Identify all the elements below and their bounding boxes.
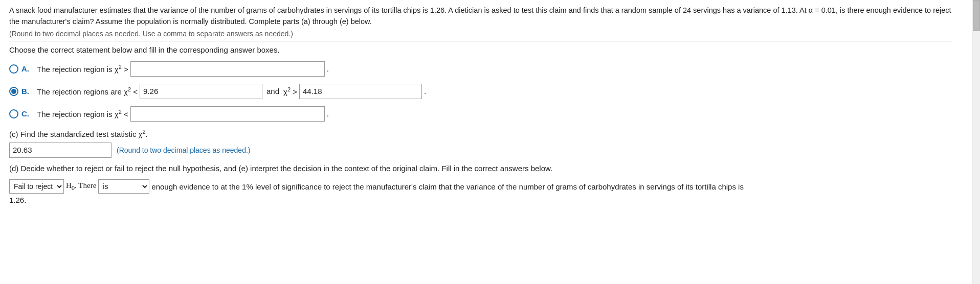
option-c-radio[interactable] [9, 109, 18, 119]
scrollbar[interactable] [972, 0, 980, 284]
option-c-row: C. The rejection region is χ2 < . [9, 106, 952, 122]
option-c-label: C. [21, 109, 33, 118]
option-c-input[interactable] [130, 106, 325, 122]
scrollbar-thumb[interactable] [973, 0, 980, 31]
option-c-period: . [327, 109, 329, 118]
test-stat-input[interactable] [9, 143, 112, 158]
divider [9, 41, 952, 41]
option-a-text: The rejection region is χ2 > . [37, 61, 329, 77]
h0-label: H0. There [66, 181, 96, 192]
intro-text: A snack food manufacturer estimates that… [9, 5, 952, 28]
bottom-text-after: enough evidence to at the 1% level of si… [151, 182, 744, 191]
option-a-label: A. [21, 64, 33, 73]
option-b-period: . [424, 87, 426, 96]
option-b-text-mid: χ2 > [283, 86, 297, 96]
part-c-label-text: (c) Find the standardized test statistic… [9, 130, 148, 138]
choose-statement-label: Choose the correct statement below and f… [9, 45, 952, 54]
option-a-input[interactable] [130, 61, 325, 77]
option-a-radio[interactable] [9, 64, 18, 74]
option-b-radio[interactable] [9, 87, 18, 96]
option-a-period: . [327, 64, 329, 73]
option-a-row: A. The rejection region is χ2 > . [9, 61, 952, 77]
test-stat-row: (Round to two decimal places as needed.) [9, 143, 952, 158]
reject-dropdown[interactable]: Fail to reject Reject [9, 179, 64, 194]
option-b-input1[interactable] [140, 84, 262, 99]
part-d-text: (d) Decide whether to reject or fail to … [9, 163, 952, 175]
bottom-value: 1.26. [9, 196, 952, 204]
bottom-row: Fail to reject Reject H0. There is is no… [9, 179, 952, 194]
option-c-text: The rejection region is χ2 < . [37, 106, 329, 122]
option-b-label: B. [21, 87, 33, 96]
option-b-text: The rejection regions are χ2 < and χ2 > … [37, 84, 426, 99]
option-b-row: B. The rejection regions are χ2 < and χ2… [9, 84, 952, 99]
part-c-header: (c) Find the standardized test statistic… [9, 129, 952, 138]
and-text: and [266, 87, 279, 96]
evidence-dropdown[interactable]: is is not [98, 179, 149, 194]
option-a-text-before: The rejection region is χ2 > [37, 64, 128, 74]
option-b-text-before: The rejection regions are χ2 < [37, 86, 138, 96]
option-b-input2[interactable] [299, 84, 422, 99]
hint-text: (Round to two decimal places as needed.) [117, 146, 250, 154]
cut-text: (Round to two decimal places as needed. … [9, 30, 952, 38]
option-c-text-before: The rejection region is χ2 < [37, 109, 128, 119]
